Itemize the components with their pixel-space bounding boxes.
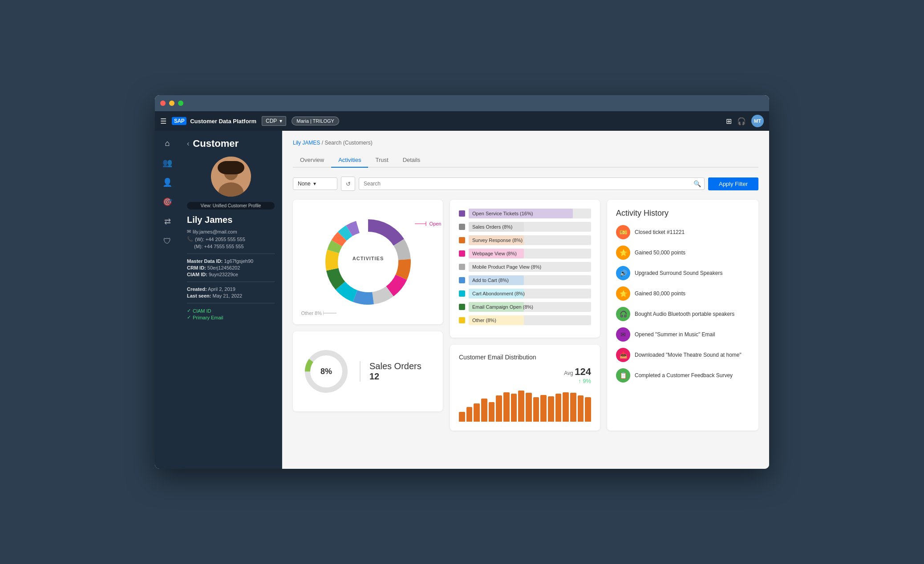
- legend-color: [459, 224, 465, 230]
- tab-activities[interactable]: Activities: [331, 153, 368, 168]
- bar-chart-bar: [540, 395, 547, 422]
- bar-chart-bar: [474, 403, 480, 422]
- email-title: Customer Email Distribution: [459, 354, 591, 361]
- bar-chart-bar: [533, 397, 539, 422]
- sidebar-item-targeting[interactable]: 🎯: [158, 193, 176, 211]
- activities-donut-chart: ACTIVITIES: [319, 213, 417, 311]
- legend-color: [459, 237, 465, 243]
- history-text: Completed a Customer Feedback Survey: [635, 372, 733, 379]
- history-item: 🔊 Upgraded Surround Sound Speakers: [616, 266, 750, 280]
- bar-chart-bar: [459, 412, 465, 422]
- tab-details[interactable]: Details: [396, 153, 428, 168]
- panel-title: Customer: [193, 138, 239, 149]
- ciam-id-check: CIAM ID: [193, 308, 211, 314]
- filter-reset-button[interactable]: ↺: [341, 177, 355, 191]
- legend-color: [459, 304, 465, 310]
- close-button[interactable]: [160, 101, 166, 106]
- legend-item: Other (8%): [459, 315, 591, 325]
- history-icon: 🔊: [616, 266, 630, 280]
- bar-chart-bar: [511, 394, 517, 422]
- tabs: Overview Activities Trust Details: [293, 153, 758, 168]
- breadcrumb-link[interactable]: Lily JAMES: [293, 140, 320, 146]
- search-input[interactable]: [359, 177, 705, 190]
- search-icon: 🔍: [693, 180, 701, 187]
- apply-filter-button[interactable]: Apply Filter: [708, 177, 758, 190]
- sidebar-item-customer[interactable]: 👤: [158, 173, 176, 191]
- cards-grid: ACTIVITIES Open Other 8%: [293, 200, 758, 431]
- bar-chart-bar: [578, 395, 584, 422]
- legend-item: Webpage View (8%): [459, 249, 591, 258]
- brand: SAP Customer Data Platform: [172, 117, 256, 125]
- legend-bar: Cart Abondonment (8%): [469, 289, 591, 298]
- sidebar-item-security[interactable]: 🛡: [158, 232, 176, 250]
- tab-trust[interactable]: Trust: [368, 153, 395, 168]
- sidebar-item-users[interactable]: 👥: [158, 154, 176, 172]
- legend-bar: Survey Response (8%): [469, 235, 591, 245]
- history-text: Upgraded Surround Sound Speakers: [635, 270, 722, 276]
- sidebar-item-home[interactable]: ⌂: [158, 134, 176, 152]
- history-item: 🎧 Bought Audio Bluetooth portable speake…: [616, 307, 750, 321]
- legend-item: Mobile Product Page View (8%): [459, 262, 591, 272]
- filter-row: None ▾ ↺ 🔍 Apply Filter: [293, 177, 758, 191]
- last-seen-date: May 21, 2022: [212, 293, 242, 298]
- hamburger-icon[interactable]: ☰: [160, 117, 166, 125]
- legend-color: [459, 264, 465, 270]
- environment-dropdown[interactable]: CDP ▾: [262, 116, 286, 126]
- user-pill: Maria | TRILOGY: [292, 117, 339, 125]
- legend-item: Email Campaign Open (8%): [459, 302, 591, 312]
- email-distribution-card: Customer Email Distribution Avg 124 ↑ 9%: [450, 345, 600, 431]
- bar-chart-bar: [518, 391, 524, 422]
- search-box: 🔍: [359, 177, 705, 190]
- customer-phone-w: (W): +44 2055 555 555: [195, 237, 245, 242]
- tab-overview[interactable]: Overview: [293, 153, 331, 168]
- bar-chart-bar: [585, 397, 591, 422]
- customer-phone-m: (M): +44 7555 555 555: [194, 244, 244, 249]
- sidebar-item-integrations[interactable]: ⇄: [158, 213, 176, 230]
- bar-chart-bar: [481, 399, 487, 422]
- history-icon: ✉: [616, 327, 630, 342]
- avg-pct: ↑ 9%: [578, 378, 591, 384]
- history-icon: 📋: [616, 368, 630, 383]
- history-item: 🎫 Closed ticket #11221: [616, 225, 750, 239]
- crm-id: 50erj12456202: [207, 265, 240, 270]
- check-icon-2: ✓: [187, 314, 191, 320]
- headset-icon[interactable]: 🎧: [737, 117, 746, 125]
- brand-text: Customer Data Platform: [190, 118, 256, 125]
- legend-color: [459, 210, 465, 217]
- avg-label: Avg: [564, 370, 573, 376]
- activities-card: ACTIVITIES Open Other 8%: [293, 200, 443, 324]
- bar-chart-bar: [503, 392, 510, 422]
- history-text: Bought Audio Bluetooth portable speakers: [635, 311, 734, 317]
- back-button[interactable]: ‹: [187, 140, 189, 148]
- email-icon: ✉: [187, 229, 191, 234]
- legend-item: Add to Cart (8%): [459, 275, 591, 285]
- bar-chart-bar: [526, 393, 532, 422]
- legend-bar: Open Service Tickets (16%): [469, 209, 591, 218]
- history-icon: 🎧: [616, 307, 630, 321]
- svg-text:ACTIVITIES: ACTIVITIES: [352, 256, 384, 261]
- history-title: Activity History: [616, 209, 750, 218]
- legend-item: Cart Abondonment (8%): [459, 289, 591, 298]
- legend-item: Open Service Tickets (16%): [459, 209, 591, 218]
- bar-chart-bar: [496, 395, 502, 422]
- layers-icon[interactable]: ⊞: [726, 117, 732, 125]
- filter-select[interactable]: None ▾: [293, 177, 337, 190]
- created-date: April 2, 2019: [208, 286, 235, 292]
- ciam-id: 9uyn23229ce: [209, 272, 238, 277]
- minimize-button[interactable]: [169, 101, 174, 106]
- open-label: Open: [415, 219, 442, 228]
- history-item: 📋 Completed a Customer Feedback Survey: [616, 368, 750, 383]
- avatar[interactable]: MT: [751, 115, 764, 127]
- email-bar-chart: [459, 386, 591, 422]
- history-item: ⭐ Gained 80,000 points: [616, 286, 750, 301]
- navbar: ☰ SAP Customer Data Platform CDP ▾ Maria…: [155, 111, 769, 131]
- history-text: Closed ticket #11221: [635, 229, 685, 235]
- maximize-button[interactable]: [178, 101, 183, 106]
- bar-chart-bar: [555, 394, 562, 422]
- history-text: Downloaded "Movie Theatre Sound at home": [635, 352, 742, 358]
- legend-color: [459, 277, 465, 283]
- history-text: Gained 50,000 points: [635, 250, 685, 256]
- breadcrumb: Lily JAMES / Search (Customers): [293, 140, 758, 146]
- bar-chart-bar: [563, 392, 569, 422]
- view-badge: View: Unified Customer Profile: [187, 202, 275, 209]
